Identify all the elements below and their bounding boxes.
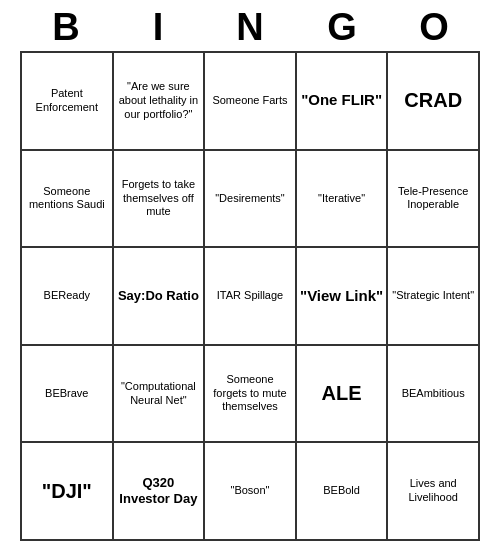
title-b: B bbox=[26, 6, 106, 49]
title-o: O bbox=[394, 6, 474, 49]
cell-4: CRAD bbox=[388, 53, 480, 151]
cell-3: "One FLIR" bbox=[297, 53, 389, 151]
cell-11: Say:Do Ratio bbox=[114, 248, 206, 346]
cell-15: BEBrave bbox=[22, 346, 114, 444]
cell-1: "Are we sure about lethality in our port… bbox=[114, 53, 206, 151]
bingo-title: B I N G O bbox=[20, 0, 480, 51]
cell-14: "Strategic Intent" bbox=[388, 248, 480, 346]
cell-21: Q320 Investor Day bbox=[114, 443, 206, 541]
title-i: I bbox=[118, 6, 198, 49]
cell-0: Patent Enforcement bbox=[22, 53, 114, 151]
title-n: N bbox=[210, 6, 290, 49]
cell-6: Forgets to take themselves off mute bbox=[114, 151, 206, 249]
cell-8: "Iterative" bbox=[297, 151, 389, 249]
cell-23: BEBold bbox=[297, 443, 389, 541]
cell-22: "Boson" bbox=[205, 443, 297, 541]
cell-2: Someone Farts bbox=[205, 53, 297, 151]
cell-16: "Computational Neural Net" bbox=[114, 346, 206, 444]
cell-5: Someone mentions Saudi bbox=[22, 151, 114, 249]
cell-10: BEReady bbox=[22, 248, 114, 346]
cell-20: "DJI" bbox=[22, 443, 114, 541]
cell-18: ALE bbox=[297, 346, 389, 444]
cell-19: BEAmbitious bbox=[388, 346, 480, 444]
bingo-grid: Patent Enforcement"Are we sure about let… bbox=[20, 51, 480, 541]
title-g: G bbox=[302, 6, 382, 49]
cell-7: "Desirements" bbox=[205, 151, 297, 249]
cell-12: ITAR Spillage bbox=[205, 248, 297, 346]
cell-13: "View Link" bbox=[297, 248, 389, 346]
cell-9: Tele-Presence Inoperable bbox=[388, 151, 480, 249]
cell-24: Lives and Livelihood bbox=[388, 443, 480, 541]
cell-17: Someone forgets to mute themselves bbox=[205, 346, 297, 444]
